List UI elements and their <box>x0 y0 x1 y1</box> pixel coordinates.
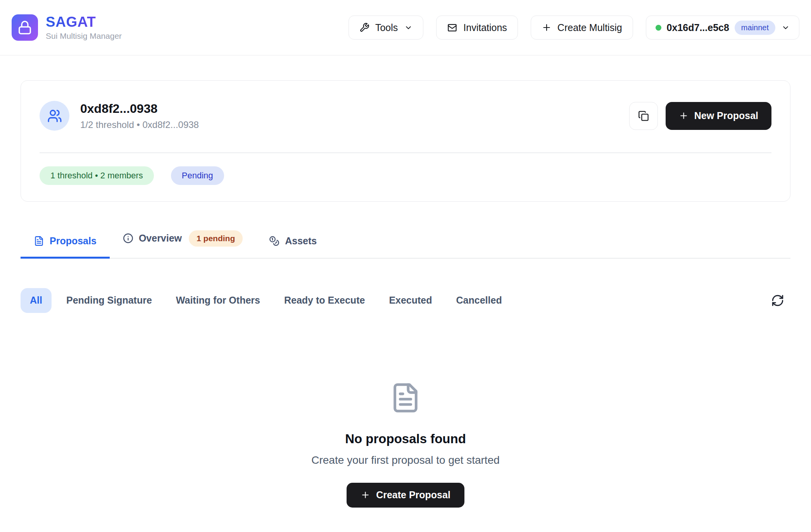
empty-state-subtitle: Create your first proposal to get starte… <box>311 454 500 466</box>
create-proposal-button[interactable]: Create Proposal <box>347 483 464 508</box>
filter-waiting-for-others[interactable]: Waiting for Others <box>167 288 269 313</box>
multisig-actions: New Proposal <box>629 102 771 130</box>
app-title: SAGAT <box>46 14 122 30</box>
refresh-icon <box>771 294 784 307</box>
tab-bar: Proposals Overview 1 pending Assets <box>21 225 790 259</box>
chevron-down-icon <box>404 24 412 32</box>
badge-row: 1 threshold • 2 members Pending <box>40 166 771 185</box>
invitations-label: Invitations <box>463 22 507 33</box>
filter-bar: All Pending Signature Waiting for Others… <box>21 288 790 313</box>
card-divider <box>40 152 771 153</box>
multisig-title: 0xd8f2...0938 <box>80 102 199 116</box>
network-badge: mainnet <box>735 21 775 35</box>
wallet-button[interactable]: 0x16d7...e5c8 mainnet <box>646 16 799 40</box>
app-subtitle: Sui Multisig Manager <box>46 31 122 41</box>
tab-proposals-label: Proposals <box>50 235 97 247</box>
lock-icon <box>17 20 32 35</box>
filter-ready-to-execute[interactable]: Ready to Execute <box>275 288 374 313</box>
members-badge: 1 threshold • 2 members <box>40 166 154 185</box>
empty-state: No proposals found Create your first pro… <box>21 382 790 508</box>
wallet-address: 0x16d7...e5c8 <box>667 22 729 33</box>
filter-executed[interactable]: Executed <box>380 288 441 313</box>
app-header: SAGAT Sui Multisig Manager Tools Invitat… <box>0 0 811 55</box>
filter-cancelled[interactable]: Cancelled <box>447 288 511 313</box>
plus-icon <box>542 22 552 33</box>
new-proposal-label: New Proposal <box>694 110 758 121</box>
main-content: 0xd8f2...0938 1/2 threshold • 0xd8f2...0… <box>0 80 811 508</box>
brand: SAGAT Sui Multisig Manager <box>12 14 122 41</box>
plus-icon <box>679 111 688 121</box>
status-badge: Pending <box>171 166 224 185</box>
header-actions: Tools Invitations Create Multisig 0x16d7… <box>349 16 799 40</box>
info-icon <box>123 233 133 244</box>
filter-pending-signature[interactable]: Pending Signature <box>57 288 161 313</box>
file-text-icon <box>34 236 44 246</box>
tab-assets[interactable]: Assets <box>256 230 330 259</box>
copy-icon <box>638 111 649 121</box>
chevron-down-icon <box>782 24 790 32</box>
brand-text: SAGAT Sui Multisig Manager <box>46 14 122 41</box>
multisig-avatar <box>40 101 69 131</box>
multisig-titles: 0xd8f2...0938 1/2 threshold • 0xd8f2...0… <box>80 102 199 130</box>
users-icon <box>47 109 62 123</box>
tools-button[interactable]: Tools <box>349 16 423 40</box>
refresh-button[interactable] <box>771 294 784 307</box>
wrench-icon <box>359 22 369 33</box>
empty-state-title: No proposals found <box>345 432 466 446</box>
tools-label: Tools <box>375 22 398 33</box>
create-proposal-label: Create Proposal <box>376 489 450 501</box>
multisig-card-header: 0xd8f2...0938 1/2 threshold • 0xd8f2...0… <box>40 101 771 131</box>
create-multisig-label: Create Multisig <box>557 22 622 33</box>
app-logo[interactable] <box>12 14 38 41</box>
connection-status-dot <box>656 25 661 31</box>
coins-icon <box>269 236 280 246</box>
mail-icon <box>447 22 457 33</box>
invitations-button[interactable]: Invitations <box>436 16 518 40</box>
tab-overview-label: Overview <box>139 233 182 244</box>
multisig-subtitle: 1/2 threshold • 0xd8f2...0938 <box>80 119 199 130</box>
filter-all[interactable]: All <box>21 288 52 313</box>
document-icon <box>390 382 421 414</box>
tab-assets-label: Assets <box>285 235 317 247</box>
pending-count-badge: 1 pending <box>189 230 243 247</box>
create-multisig-button[interactable]: Create Multisig <box>531 16 633 40</box>
tab-proposals[interactable]: Proposals <box>21 230 110 259</box>
new-proposal-button[interactable]: New Proposal <box>666 102 771 130</box>
multisig-card: 0xd8f2...0938 1/2 threshold • 0xd8f2...0… <box>21 80 790 202</box>
plus-icon <box>361 490 370 500</box>
tab-overview[interactable]: Overview 1 pending <box>110 225 256 259</box>
copy-address-button[interactable] <box>629 102 658 130</box>
